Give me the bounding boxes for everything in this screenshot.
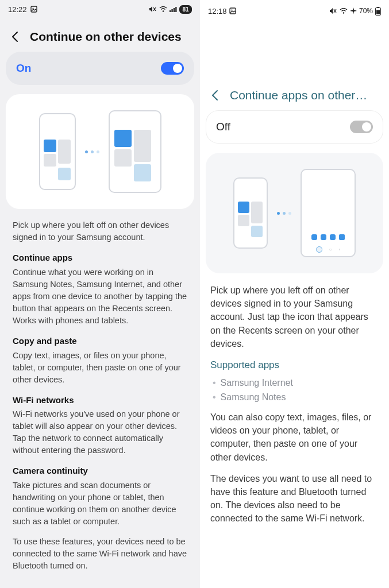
mute-icon xyxy=(149,6,157,13)
list-item: Samsung Internet xyxy=(213,376,379,389)
status-time: 12:18 xyxy=(208,7,227,16)
section-body: Wi-Fi networks you've used on your phone… xyxy=(13,408,187,457)
photo-icon xyxy=(30,6,37,13)
status-bar: 12:18 70% xyxy=(200,0,389,18)
transfer-dots-icon xyxy=(277,212,291,215)
description-text: Pick up where you left off on other devi… xyxy=(0,209,200,580)
intro-text: Pick up where you left off on other devi… xyxy=(210,284,379,350)
intro-text: Pick up where you left off on other devi… xyxy=(13,219,187,243)
svg-point-13 xyxy=(343,12,345,14)
svg-point-4 xyxy=(163,10,164,12)
section-title: Camera continuity xyxy=(13,465,187,477)
svg-rect-7 xyxy=(174,8,175,12)
status-time: 12:22 xyxy=(8,5,27,14)
screenshot-left: 12:22 81 Continue on other devices On xyxy=(0,0,200,588)
master-toggle[interactable] xyxy=(350,121,373,133)
svg-point-1 xyxy=(32,8,33,9)
toggle-label: On xyxy=(16,62,31,75)
svg-rect-6 xyxy=(171,9,172,12)
app-dock-icons xyxy=(302,234,355,240)
battery-badge: 81 xyxy=(179,5,192,14)
list-item: Samsung Notes xyxy=(213,390,379,404)
section-body: Take pictures and scan documents or hand… xyxy=(13,479,187,528)
section-title: Continue apps xyxy=(13,252,187,264)
footer-text: To use these features, your devices need… xyxy=(13,536,187,572)
page-header: Continue on other devices xyxy=(0,18,200,52)
whitespace xyxy=(200,536,389,588)
page-header: Continue apps on other… xyxy=(200,77,389,110)
wifi-icon xyxy=(159,6,167,13)
nav-bar-icons: ○ ‹ xyxy=(302,246,355,253)
phone-illustration-2: ○ ‹ xyxy=(301,169,356,257)
signal-icon xyxy=(170,6,177,13)
page-title: Continue apps on other… xyxy=(230,88,367,102)
master-toggle-card: On xyxy=(6,52,194,85)
illustration xyxy=(6,94,194,209)
status-bar: 12:22 81 xyxy=(0,0,200,18)
transfer-dots-icon xyxy=(85,150,99,153)
photo-icon xyxy=(229,7,236,14)
battery-text: 70% xyxy=(359,7,373,15)
svg-rect-8 xyxy=(175,7,176,12)
toggle-label: Off xyxy=(216,121,230,133)
master-toggle-card: Off xyxy=(206,110,383,144)
page-title: Continue on other devices xyxy=(30,30,182,44)
section-title: Copy and paste xyxy=(13,335,187,347)
svg-rect-5 xyxy=(170,10,171,12)
supported-apps-title: Supported apps xyxy=(210,358,379,373)
section-body: Continue what you were working on in Sam… xyxy=(13,266,187,327)
phone-illustration-1 xyxy=(233,177,268,249)
copy-paste-text: You can also copy text, images, files, o… xyxy=(210,411,379,464)
battery-icon xyxy=(375,7,381,16)
back-icon[interactable] xyxy=(209,89,222,102)
requirements-text: The devices you want to use all need to … xyxy=(210,472,379,525)
section-body: Copy text, images, or files on your phon… xyxy=(13,350,187,386)
phone-illustration-2 xyxy=(109,110,161,193)
mute-icon xyxy=(329,7,337,14)
master-toggle[interactable] xyxy=(161,62,184,75)
section-title: Wi-Fi networks xyxy=(13,394,187,407)
wifi-icon xyxy=(340,8,348,14)
svg-rect-16 xyxy=(376,10,380,14)
screenshot-right: 12:18 70% Continue apps on other… Off xyxy=(200,0,389,588)
illustration: ○ ‹ xyxy=(206,153,383,273)
supported-apps-list: Samsung Internet Samsung Notes xyxy=(210,376,379,411)
airplane-icon xyxy=(350,7,357,14)
back-icon[interactable] xyxy=(9,30,22,43)
description-text: Pick up where you left off on other devi… xyxy=(200,273,389,533)
svg-point-10 xyxy=(231,10,232,11)
phone-illustration-1 xyxy=(39,113,76,190)
